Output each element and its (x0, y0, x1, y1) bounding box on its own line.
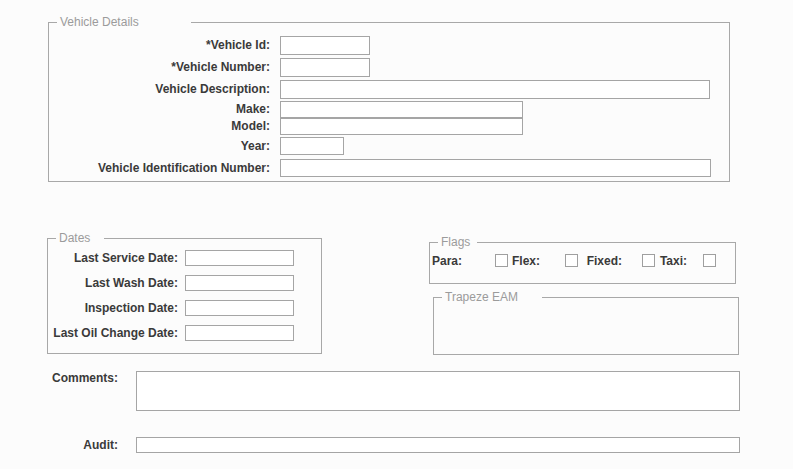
year-label: Year: (48, 137, 270, 155)
last-wash-date-field[interactable] (185, 275, 294, 291)
vehicle-id-field[interactable] (280, 36, 370, 55)
last-service-date-field[interactable] (185, 250, 294, 266)
taxi-label: Taxi: (658, 255, 687, 268)
model-label: Model: (48, 118, 270, 135)
para-checkbox[interactable] (495, 254, 508, 267)
vehicle-number-field[interactable] (280, 58, 370, 77)
fixed-checkbox[interactable] (642, 254, 655, 267)
make-field[interactable] (280, 101, 523, 118)
group-vehicle-details-title: Vehicle Details (57, 16, 191, 29)
fixed-label: Fixed: (586, 255, 622, 268)
vin-label: Vehicle Identification Number: (48, 159, 270, 177)
vehicle-description-label: Vehicle Description: (48, 80, 270, 99)
group-trapeze-eam-title: Trapeze EAM (442, 291, 542, 304)
group-trapeze-eam: Trapeze EAM (433, 297, 739, 355)
model-field[interactable] (280, 118, 523, 135)
last-wash-date-label: Last Wash Date: (47, 275, 178, 291)
inspection-date-label: Inspection Date: (47, 300, 178, 316)
taxi-checkbox[interactable] (703, 254, 716, 267)
group-dates-title: Dates (56, 232, 104, 245)
group-flags-title: Flags (438, 236, 477, 249)
vin-field[interactable] (280, 159, 711, 177)
vehicle-number-label: *Vehicle Number: (48, 58, 270, 77)
year-field[interactable] (280, 137, 344, 155)
vehicle-id-label: *Vehicle Id: (48, 36, 270, 55)
para-label: Para: (430, 255, 462, 268)
group-flags: Flags (429, 242, 736, 284)
vehicle-form-page: Vehicle Details *Vehicle Id: *Vehicle Nu… (0, 0, 793, 469)
comments-label: Comments: (40, 372, 118, 385)
flex-label: Flex: (508, 255, 540, 268)
flex-checkbox[interactable] (565, 254, 578, 267)
audit-label: Audit: (40, 437, 118, 453)
last-oil-change-date-field[interactable] (185, 325, 294, 341)
vehicle-description-field[interactable] (280, 80, 710, 99)
audit-field[interactable] (136, 437, 740, 453)
last-service-date-label: Last Service Date: (47, 250, 178, 266)
comments-field[interactable] (136, 371, 740, 411)
inspection-date-field[interactable] (185, 300, 294, 316)
make-label: Make: (48, 101, 270, 118)
last-oil-change-date-label: Last Oil Change Date: (47, 325, 178, 341)
